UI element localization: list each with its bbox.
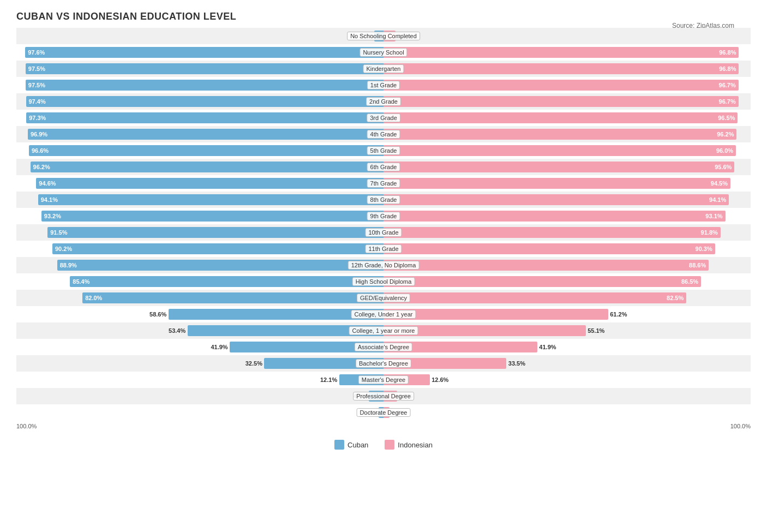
left-half: 88.9% (16, 257, 384, 273)
legend-cuban: Cuban (334, 440, 368, 450)
value-left-inside: 85.4% (70, 278, 89, 285)
right-half: 3.7% (384, 388, 751, 404)
bar-left: 96.6% (29, 145, 384, 156)
bar-right (384, 31, 396, 41)
right-half: 96.5% (384, 110, 751, 126)
left-half: 94.1% (16, 192, 384, 208)
bar-left: 97.4% (26, 96, 384, 107)
bar-row: 12.1%12.6%Master's Degree (16, 372, 751, 388)
bar-right (384, 358, 506, 369)
right-half: 96.8% (384, 44, 751, 61)
right-half: 96.8% (384, 61, 751, 77)
left-half: 97.5% (16, 77, 384, 93)
value-left-inside: 91.5% (47, 229, 67, 236)
value-left-inside: 97.5% (26, 65, 45, 72)
right-half: 91.8% (384, 224, 751, 241)
value-right-inside: 90.3% (696, 246, 715, 252)
bar-row: 94.1%94.1%8th Grade (16, 192, 751, 208)
bar-right (384, 407, 390, 418)
bar-row: 97.6%96.8%Nursery School (16, 44, 751, 61)
axis-labels: 100.0% 100.0% (16, 421, 751, 432)
value-right-inside: 88.6% (689, 262, 709, 268)
bar-right: 96.8% (384, 63, 739, 74)
value-right-inside: 86.5% (681, 278, 701, 285)
indonesian-legend-label: Indonesian (398, 441, 433, 449)
right-half: 88.6% (384, 257, 751, 273)
left-axis-label: 100.0% (16, 423, 37, 429)
bar-right: 88.6% (384, 260, 709, 271)
left-half: 97.6% (16, 44, 384, 61)
bar-left: 82.0% (82, 292, 384, 303)
value-left-inside: 96.9% (28, 131, 47, 138)
legend-indonesian: Indonesian (385, 440, 433, 450)
right-half: 93.1% (384, 208, 751, 224)
right-half: 33.5% (384, 355, 751, 372)
bar-left: 97.5% (26, 63, 384, 74)
value-right-inside: 96.8% (719, 65, 739, 72)
bar-row: 97.3%96.5%3rd Grade (16, 110, 751, 126)
cuban-legend-label: Cuban (347, 441, 368, 449)
rows-container: 2.5%3.2%No Schooling Completed97.6%96.8%… (16, 28, 751, 421)
bar-row: 91.5%91.8%10th Grade (16, 224, 751, 241)
bar-right: 96.0% (384, 145, 736, 156)
value-left-inside: 90.2% (52, 246, 72, 252)
bar-row: 32.5%33.5%Bachelor's Degree (16, 355, 751, 372)
bar-row: 88.9%88.6%12th Grade, No Diploma (16, 257, 751, 273)
bar-row: 41.9%41.9%Associate's Degree (16, 339, 751, 355)
left-half: 32.5% (16, 355, 384, 372)
bar-row: 1.4%1.6%Doctorate Degree (16, 404, 751, 421)
legend: Cuban Indonesian (16, 440, 751, 450)
value-right-inside: 95.6% (715, 164, 734, 170)
value-right-inside: 94.5% (711, 180, 730, 187)
bar-right: 82.5% (384, 292, 686, 303)
right-half: 1.6% (384, 404, 751, 421)
value-right-inside: 96.7% (719, 98, 739, 105)
right-half: 96.0% (384, 142, 751, 159)
bar-left (188, 325, 384, 336)
bar-left: 97.5% (26, 80, 384, 91)
value-left-outside: 58.6% (149, 311, 166, 318)
bar-left (230, 342, 384, 352)
bar-right (384, 391, 397, 402)
right-half: 86.5% (384, 273, 751, 290)
value-left-inside: 96.2% (31, 164, 50, 170)
cuban-color-box (334, 440, 344, 450)
bar-row: 96.6%96.0%5th Grade (16, 142, 751, 159)
right-half: 12.6% (384, 372, 751, 388)
value-right-inside: 96.5% (718, 115, 738, 121)
bar-left: 97.3% (26, 112, 384, 123)
bar-row: 96.9%96.2%4th Grade (16, 126, 751, 142)
value-left-inside: 96.6% (29, 147, 49, 154)
bar-left: 96.9% (28, 129, 384, 140)
bar-row: 96.2%95.6%6th Grade (16, 159, 751, 175)
left-half: 94.6% (16, 175, 384, 192)
bar-row: 97.5%96.8%Kindergarten (16, 61, 751, 77)
bar-left: 94.1% (38, 194, 384, 205)
left-half: 58.6% (16, 306, 384, 322)
value-left-outside: 12.1% (320, 376, 337, 383)
left-half: 1.4% (16, 404, 384, 421)
left-half: 91.5% (16, 224, 384, 241)
value-left-outside: 41.9% (211, 344, 227, 350)
bar-left: 91.5% (47, 227, 384, 238)
bar-row: 82.0%82.5%GED/Equivalency (16, 290, 751, 306)
left-half: 93.2% (16, 208, 384, 224)
value-left-outside: 32.5% (245, 360, 262, 367)
value-left-inside: 93.2% (41, 213, 61, 219)
value-right-outside: 41.9% (539, 344, 556, 350)
value-right-inside: 93.1% (705, 213, 725, 219)
value-right-inside: 96.7% (719, 82, 739, 88)
value-left-inside: 97.4% (26, 98, 46, 105)
bar-right: 91.8% (384, 227, 721, 238)
value-left-outside: 53.4% (169, 327, 185, 334)
value-right-outside: 12.6% (432, 376, 448, 383)
value-right-outside: 61.2% (610, 311, 627, 318)
left-half: 12.1% (16, 372, 384, 388)
bar-right: 86.5% (384, 276, 701, 287)
left-half: 90.2% (16, 241, 384, 257)
value-left-inside: 97.6% (25, 49, 45, 56)
right-half: 55.1% (384, 322, 751, 339)
right-half: 95.6% (384, 159, 751, 175)
bar-left: 85.4% (70, 276, 384, 287)
value-right-inside: 96.0% (716, 147, 736, 154)
